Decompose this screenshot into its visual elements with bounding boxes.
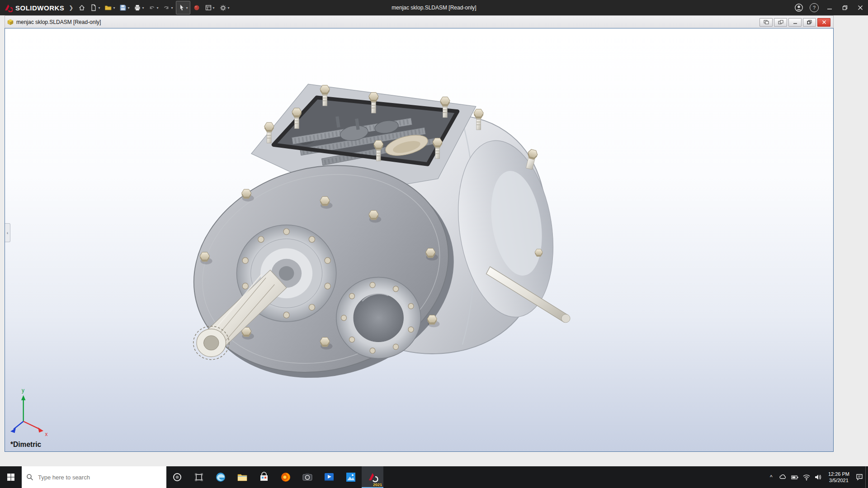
camera-icon — [302, 471, 313, 483]
user-avatar-icon — [794, 3, 803, 12]
show-desktop-button[interactable] — [865, 466, 868, 488]
dropdown-caret[interactable]: ▾ — [127, 6, 129, 10]
close-icon — [822, 20, 826, 24]
clock-time: 12:26 PM — [828, 471, 849, 477]
tile-windows-icon — [764, 20, 769, 24]
tray-volume[interactable] — [812, 466, 824, 488]
taskbar-app-solidworks[interactable]: 2021 — [362, 466, 383, 488]
taskbar-app-media-player[interactable] — [318, 466, 340, 488]
action-center-button[interactable] — [854, 466, 865, 488]
help-icon: ? — [810, 3, 819, 12]
app-window-title: menjac sklop.SLDASM [Read-only] — [392, 5, 476, 11]
solidworks-taskbar-icon — [367, 471, 378, 483]
solidworks-logo-icon — [4, 3, 13, 12]
search-icon — [26, 474, 33, 481]
account-button[interactable] — [791, 0, 807, 15]
taskbar-clock[interactable]: 12:26 PM 3/5/2021 — [824, 471, 854, 484]
battery-icon — [791, 473, 799, 481]
dropdown-caret[interactable]: ▾ — [113, 6, 115, 10]
feature-tree-collapse-tab[interactable]: ‹ — [5, 223, 10, 242]
app-maximize-button[interactable] — [837, 0, 853, 15]
home-button[interactable] — [76, 1, 87, 14]
save-button[interactable]: ▾ — [118, 1, 131, 14]
cascade-windows-icon — [778, 20, 783, 24]
properties-button[interactable]: ▾ — [203, 1, 217, 14]
restore-icon — [842, 5, 848, 10]
windows-taskbar: 2021 ^ — [0, 466, 868, 488]
document-titlebar[interactable]: menjac sklop.SLDASM [Read-only] — [5, 15, 834, 29]
redo-button[interactable]: ▾ — [161, 1, 175, 14]
gearbox-3d-model[interactable]: y x *Dimetric — [5, 28, 833, 451]
tray-battery[interactable] — [789, 466, 801, 488]
system-tray: ^ 12:26 PM — [765, 466, 868, 488]
print-button[interactable]: ▾ — [132, 1, 146, 14]
workspace: menjac sklop.SLDASM [Read-only] — [0, 15, 868, 466]
assembly-cube-icon — [7, 19, 14, 26]
tray-chevron-button[interactable]: ^ — [765, 466, 777, 488]
minimize-icon — [827, 5, 832, 10]
dropdown-caret[interactable]: ▾ — [186, 6, 188, 10]
dropdown-caret[interactable]: ▾ — [213, 6, 215, 10]
dropdown-caret[interactable]: ▾ — [142, 6, 144, 10]
store-icon — [258, 471, 270, 483]
document-title: menjac sklop.SLDASM [Read-only] — [16, 19, 101, 25]
start-button[interactable] — [0, 466, 22, 488]
solidworks-logo: SOLIDWORKS — [0, 3, 69, 12]
options-button[interactable]: ▾ — [217, 1, 231, 14]
graphics-viewport[interactable]: y x *Dimetric ‹ — [5, 28, 834, 452]
doc-restore-button[interactable] — [803, 18, 816, 27]
minimize-icon — [793, 20, 797, 24]
open-folder-icon — [104, 4, 112, 11]
close-icon — [858, 5, 863, 10]
dropdown-caret[interactable]: ▾ — [98, 6, 100, 10]
new-document-icon — [90, 4, 97, 11]
app-close-button[interactable] — [853, 0, 868, 15]
app-minimize-button[interactable] — [822, 0, 837, 15]
doc-close-button[interactable] — [817, 18, 830, 27]
select-tool-button[interactable]: ▾ — [176, 1, 190, 14]
solidworks-year-badge: 2021 — [373, 483, 382, 487]
photos-icon — [345, 471, 357, 483]
open-button[interactable]: ▾ — [103, 1, 117, 14]
taskbar-app-photos[interactable] — [340, 466, 362, 488]
dropdown-caret[interactable]: ▾ — [228, 6, 230, 10]
save-icon — [119, 4, 127, 11]
chevron-right-icon[interactable]: ❯ — [69, 5, 73, 11]
tray-network[interactable] — [801, 466, 812, 488]
help-button[interactable]: ? — [807, 0, 822, 15]
sphere-tool-button[interactable] — [191, 1, 202, 14]
task-view-icon — [194, 473, 203, 482]
chevron-up-icon: ^ — [770, 474, 773, 480]
search-input[interactable] — [37, 474, 162, 481]
taskbar-app-firefox[interactable] — [275, 466, 297, 488]
taskbar-search[interactable] — [22, 466, 166, 488]
new-document-button[interactable]: ▾ — [88, 1, 102, 14]
undo-icon — [148, 4, 156, 11]
taskbar-app-store[interactable] — [253, 466, 275, 488]
clock-date: 3/5/2021 — [828, 477, 849, 483]
media-player-icon — [323, 471, 335, 483]
tray-cloud[interactable] — [777, 466, 789, 488]
taskbar-app-edge[interactable] — [210, 466, 231, 488]
windows-logo-icon — [7, 473, 15, 481]
onedrive-cloud-icon — [779, 473, 787, 481]
task-view-button[interactable] — [188, 466, 210, 488]
select-cursor-icon — [178, 4, 185, 11]
taskbar-app-file-explorer[interactable] — [231, 466, 253, 488]
cortana-button[interactable] — [166, 466, 188, 488]
sphere-icon — [193, 4, 200, 11]
dropdown-caret[interactable]: ▾ — [156, 6, 158, 10]
doc-arrange-button-2[interactable] — [774, 18, 787, 27]
table-icon — [205, 4, 212, 11]
dropdown-caret[interactable]: ▾ — [171, 6, 173, 10]
restore-icon — [807, 20, 812, 24]
wifi-icon — [802, 473, 811, 481]
chevron-left-icon: ‹ — [7, 230, 9, 235]
undo-button[interactable]: ▾ — [146, 1, 160, 14]
triad-x-label: x — [45, 431, 48, 437]
home-icon — [78, 4, 85, 11]
taskbar-app-camera[interactable] — [297, 466, 318, 488]
edge-icon — [215, 471, 226, 483]
doc-arrange-button-1[interactable] — [760, 18, 773, 27]
doc-minimize-button[interactable] — [788, 18, 802, 27]
